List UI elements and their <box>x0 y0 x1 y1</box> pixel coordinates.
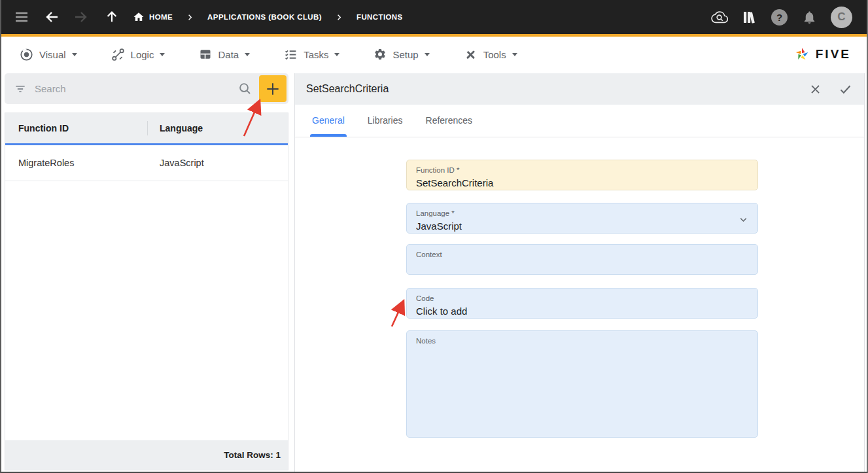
functions-table: Function ID Language MigrateRoles JavaSc… <box>5 113 288 470</box>
caret-down-icon <box>425 53 430 56</box>
tab-general[interactable]: General <box>312 104 345 137</box>
caret-down-icon <box>72 53 77 56</box>
preview-cloud-icon[interactable] <box>711 9 728 26</box>
caret-down-icon <box>334 53 339 56</box>
gear-icon <box>373 48 387 61</box>
tab-libraries[interactable]: Libraries <box>368 104 403 137</box>
avatar[interactable]: C <box>831 7 852 28</box>
five-logo: FIVE <box>793 46 851 63</box>
function-id-label: Function ID * <box>416 166 748 175</box>
notes-label: Notes <box>416 336 748 345</box>
eye-icon <box>20 48 33 61</box>
column-header-function-id[interactable]: Function ID <box>5 123 148 133</box>
notifications-bell-icon[interactable] <box>801 9 818 26</box>
cell-function-id: MigrateRoles <box>5 158 148 168</box>
help-icon[interactable]: ? <box>771 9 788 26</box>
context-field[interactable]: Context <box>406 244 758 275</box>
five-pinwheel-icon <box>793 46 810 63</box>
function-id-field[interactable]: Function ID * SetSearchCriteria <box>406 160 758 190</box>
search-bar <box>5 73 288 104</box>
search-icon[interactable] <box>237 81 252 96</box>
main-menu-bar: Visual Logic Data Tasks <box>1 37 867 72</box>
tab-references[interactable]: References <box>426 104 473 137</box>
top-navigation-bar: HOME APPLICATIONS (BOOK CLUB) FUNCTIONS <box>1 0 867 34</box>
table-footer: Total Rows: 1 <box>5 440 288 470</box>
form-body: Function ID * SetSearchCriteria Language… <box>295 137 864 472</box>
form-header: SetSearchCriteria <box>295 73 864 105</box>
breadcrumb: HOME APPLICATIONS (BOOK CLUB) FUNCTIONS <box>133 11 403 23</box>
breadcrumb-applications[interactable]: APPLICATIONS (BOOK CLUB) <box>207 13 322 21</box>
menu-logic[interactable]: Logic <box>111 48 165 61</box>
logic-flow-icon <box>111 48 125 61</box>
caret-down-icon <box>512 53 517 56</box>
breadcrumb-functions[interactable]: FUNCTIONS <box>356 13 403 21</box>
tasks-checklist-icon <box>284 48 298 61</box>
chevron-down-icon[interactable] <box>738 214 749 228</box>
menu-tools-label: Tools <box>483 49 506 60</box>
five-logo-text: FIVE <box>816 47 851 61</box>
menu-visual[interactable]: Visual <box>20 48 77 61</box>
menu-data-label: Data <box>218 49 239 60</box>
notes-field[interactable]: Notes <box>406 330 758 438</box>
code-value: Click to add <box>416 305 748 317</box>
table-empty-area <box>5 181 288 440</box>
column-header-language[interactable]: Language <box>148 123 288 133</box>
menu-logic-label: Logic <box>131 49 154 60</box>
language-label: Language * <box>416 209 748 218</box>
menu-icon[interactable] <box>13 9 30 26</box>
add-function-button[interactable] <box>259 75 286 102</box>
table-header: Function ID Language <box>5 113 288 145</box>
breadcrumb-home[interactable]: HOME <box>133 11 173 23</box>
code-label: Code <box>416 294 748 303</box>
code-field[interactable]: Code Click to add <box>406 288 758 319</box>
library-books-icon[interactable] <box>741 9 758 26</box>
function-id-value: SetSearchCriteria <box>416 177 748 189</box>
arrow-up-icon[interactable] <box>103 9 120 26</box>
menu-data[interactable]: Data <box>199 48 250 61</box>
arrow-forward-icon <box>72 9 89 26</box>
plus-icon <box>264 80 281 97</box>
total-rows-label: Total Rows: 1 <box>224 450 281 460</box>
app-window: HOME APPLICATIONS (BOOK CLUB) FUNCTIONS <box>0 0 868 473</box>
arrow-back-icon[interactable] <box>44 9 61 26</box>
tools-icon <box>464 48 477 61</box>
functions-list-panel: Function ID Language MigrateRoles JavaSc… <box>5 73 288 472</box>
menu-tasks-label: Tasks <box>304 49 328 60</box>
table-row[interactable]: MigrateRoles JavaScript <box>5 145 288 181</box>
chevron-right-icon <box>336 14 343 21</box>
close-icon[interactable] <box>809 83 822 96</box>
save-check-icon[interactable] <box>839 82 852 96</box>
function-form-panel: SetSearchCriteria General Libraries Refe… <box>294 73 865 472</box>
form-tabs: General Libraries References <box>295 105 864 137</box>
menu-tools[interactable]: Tools <box>464 48 517 61</box>
form-title: SetSearchCriteria <box>306 83 389 95</box>
menu-tasks[interactable]: Tasks <box>284 48 339 61</box>
home-icon <box>133 11 145 23</box>
filter-icon[interactable] <box>14 82 27 96</box>
menu-visual-label: Visual <box>39 49 66 60</box>
language-value: JavaScript <box>416 220 748 232</box>
cell-language: JavaScript <box>148 158 288 168</box>
search-input[interactable] <box>35 83 237 94</box>
menu-setup-label: Setup <box>392 49 418 60</box>
topbar-actions: ? C <box>711 7 852 28</box>
context-label: Context <box>416 250 748 259</box>
menu-setup[interactable]: Setup <box>373 48 429 61</box>
caret-down-icon <box>245 53 250 56</box>
workspace: Function ID Language MigrateRoles JavaSc… <box>1 72 867 472</box>
data-table-icon <box>199 48 212 61</box>
chevron-right-icon <box>186 14 194 21</box>
breadcrumb-home-label: HOME <box>149 13 173 21</box>
caret-down-icon <box>160 53 165 56</box>
language-field[interactable]: Language * JavaScript <box>406 203 758 234</box>
